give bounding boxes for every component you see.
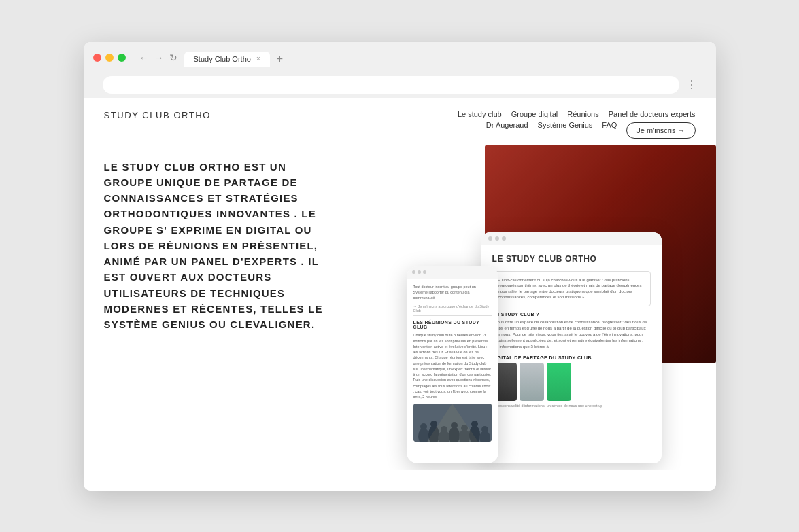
browser-chrome: ← → ↻ Study Club Ortho × + ⋮ [84,42,716,98]
phone-link[interactable]: → Je m'inscris au groupe d'échange du St… [413,304,492,316]
browser-menu-icon[interactable]: ⋮ [686,78,697,91]
phone-image-thumbnail [413,404,492,442]
browser-controls: ← → ↻ Study Club Ortho × + [93,49,707,67]
minimize-button-traffic[interactable] [105,54,114,62]
tablet-section1-text: Il nous offre un espace de collaboration… [492,319,651,350]
tablet-card: LE STUDY CLUB ORTHO « Don-casionnement o… [481,232,662,463]
tablet-body: LE STUDY CLUB ORTHO « Don-casionnement o… [481,245,662,459]
phone-image-overlay [413,404,492,442]
nav-link-augeraud[interactable]: Dr Augeraud [486,121,528,129]
nav-link-groupe-digital[interactable]: Groupe digital [511,110,558,118]
phone-intro-text: Tout docteur inscrit au groupe peut un S… [413,284,492,301]
phone-dot-1 [412,270,415,274]
tablet-title: LE STUDY CLUB ORTHO [492,254,651,265]
tablet-dot-2 [495,236,499,241]
tablet-quote: « Don-casionnement ou suja cherches-vous… [492,271,651,306]
phone-thumb-2 [520,363,544,401]
nav-links: Le study club Groupe digital Réunions Pa… [410,110,696,139]
browser-window: ← → ↻ Study Club Ortho × + ⋮ STUDY CLUB … [84,42,716,491]
nav-link-panel[interactable]: Panel de docteurs experts [609,110,696,118]
phone-body-text: Chaque study club dure 3 heures environ.… [413,332,492,400]
tab-close-icon[interactable]: × [256,55,260,63]
tablet-phones-row [492,363,651,401]
phone-dot-2 [418,270,421,274]
website-content: STUDY CLUB ORTHO Le study club Groupe di… [84,98,716,491]
phone-body: Tout docteur inscrit au groupe peut un S… [407,279,498,448]
hero-section: LE STUDY CLUB ORTHO EST UN GROUPE UNIQUE… [84,145,716,470]
nav-link-genius[interactable]: Système Genius [538,121,593,129]
phone-chrome [407,266,498,279]
phone-thumb-3 [547,363,571,401]
back-button[interactable]: ← [139,52,149,63]
traffic-lights [93,54,126,62]
forward-button[interactable]: → [154,52,164,63]
tablet-dot-3 [502,236,506,241]
phone-section-title: LES RÉUNIONS DU STUDY CLUB [413,320,492,330]
tab-label: Study Club Ortho [194,55,251,63]
nav-link-study-club[interactable]: Le study club [458,110,502,118]
tab-bar: Study Club Ortho × + [184,52,288,67]
site-logo: STUDY CLUB ORTHO [104,110,211,122]
new-tab-button[interactable]: + [273,53,287,65]
maximize-button-traffic[interactable] [118,54,126,62]
address-bar[interactable] [103,76,679,94]
hero-text: LE STUDY CLUB ORTHO EST UN GROUPE UNIQUE… [104,159,335,333]
phone-dot-3 [423,270,426,274]
phone-card: Tout docteur inscrit au groupe peut un S… [407,266,498,463]
site-nav: STUDY CLUB ORTHO Le study club Groupe di… [84,98,716,145]
browser-nav: ← → ↻ [139,52,177,63]
tablet-chrome [481,232,662,245]
tablet-section2-title: DIGITAL DE PARTAGE DU STUDY CLUB [492,355,651,360]
tablet-dot-1 [488,236,492,241]
nav-link-faq[interactable]: FAQ [602,121,617,129]
nav-link-reunions[interactable]: Réunions [567,110,598,118]
reload-button[interactable]: ↻ [169,52,177,63]
active-tab[interactable]: Study Club Ortho × [184,52,270,67]
address-bar-row: ⋮ [93,72,707,98]
tablet-bottom-text: La responsabilité d'informations, un sim… [492,404,651,409]
tablet-section1-title: UN STUDY CLUB ? [492,312,651,317]
inscription-button[interactable]: Je m'inscris → [626,122,695,139]
close-button-traffic[interactable] [93,54,101,62]
